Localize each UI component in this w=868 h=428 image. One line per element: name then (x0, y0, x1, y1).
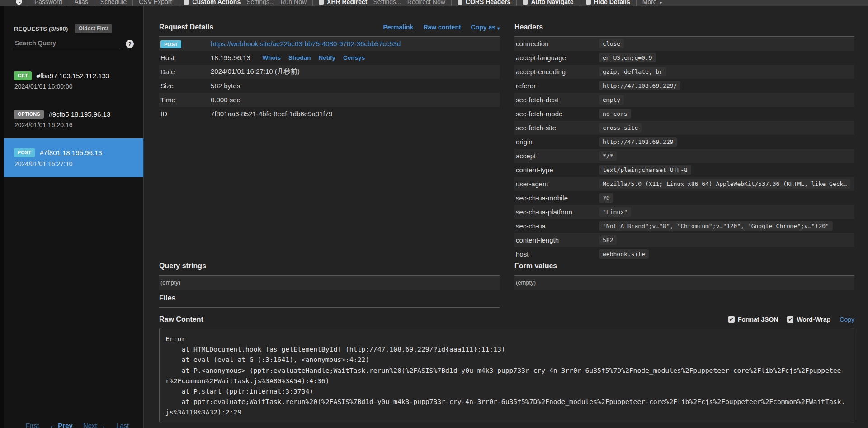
header-row: accept-languageen-US,en;q=0.9 (514, 51, 854, 65)
nav-link-settings[interactable]: Settings... (371, 0, 401, 5)
request-url-link[interactable]: https://webhook.site/ae22bc03-bb75-4080-… (211, 40, 401, 48)
pagination-prev[interactable]: ← Prev (49, 422, 73, 428)
host-link-censys[interactable]: Censys (343, 54, 365, 61)
nav-link-schedule[interactable]: Schedule (100, 0, 127, 5)
host-label: Host (160, 54, 211, 62)
checkbox-icon[interactable] (458, 0, 462, 5)
nav-link-alias[interactable]: Alias (74, 0, 88, 5)
header-value: cross-site (599, 123, 642, 133)
form-values-section: Form values (empty) (514, 262, 854, 290)
divider (159, 307, 500, 308)
header-row: connectionclose (514, 37, 854, 51)
nav-toggle-hide-details[interactable]: Hide Details (594, 0, 630, 5)
files-title: Files (159, 294, 175, 302)
sidebar: REQUESTS (3/500) Oldest First ? GET#fba9… (0, 6, 144, 428)
nav-toggle-custom-actions[interactable]: Custom Actions (192, 0, 241, 5)
header-row: sec-fetch-modeno-cors (514, 107, 854, 121)
header-value: en-US,en;q=0.9 (599, 53, 656, 62)
header-name: sec-ch-ua-platform (516, 208, 599, 216)
nav-item-password[interactable]: Password (28, 0, 68, 5)
nav-item-alias[interactable]: Alias (68, 0, 94, 5)
header-row: hostwebhook.site (514, 247, 854, 261)
raw-content-section: Raw Content ✔ Format JSON ✔ Word-Wrap Co… (159, 315, 854, 423)
request-details-title: Request Details (159, 23, 213, 31)
form-values-empty: (empty) (514, 276, 854, 290)
nav-link-run-now[interactable]: Run Now (278, 0, 307, 5)
size-row: Size 582 bytes (159, 79, 500, 93)
header-name: user-agent (516, 180, 599, 188)
request-item-line1: POST#7f801 18.195.96.13 (14, 148, 139, 157)
nav-toggle-auto-navigate[interactable]: Auto Navigate (531, 0, 573, 5)
header-row: refererhttp://47.108.69.229/ (514, 79, 854, 93)
nav-item-auto-navigate[interactable]: Auto Navigate (517, 0, 579, 5)
nav-item-schedule[interactable]: Schedule (94, 0, 132, 5)
host-lookup-links: WhoisShodanNetifyCensys (263, 54, 365, 61)
request-list-item[interactable]: GET#fba97 103.152.112.1332024/01/01 16:0… (0, 62, 143, 100)
host-row: Host 18.195.96.13 WhoisShodanNetifyCensy… (159, 51, 500, 65)
header-row: content-length582 (514, 233, 854, 247)
nav-link-csv-export[interactable]: CSV Export (139, 0, 172, 5)
sidebar-header: REQUESTS (3/500) Oldest First (0, 6, 143, 33)
nav-link-more[interactable]: More (642, 0, 657, 5)
action-permalink[interactable]: Permalink (383, 24, 413, 31)
format-json-label: Format JSON (738, 316, 778, 323)
search-input[interactable] (14, 38, 122, 49)
header-value: no-cors (599, 109, 631, 119)
host-link-shodan[interactable]: Shodan (288, 54, 311, 61)
header-row: accept*/* (514, 149, 854, 163)
checkbox-checked-icon[interactable]: ✔ (728, 316, 735, 323)
request-item-label: #7f801 18.195.96.13 (40, 149, 102, 157)
nav-toggle-xhr-redirect[interactable]: XHR Redirect (327, 0, 367, 5)
action-raw-content[interactable]: Raw content (423, 24, 461, 31)
request-list-item[interactable]: POST#7f801 18.195.96.132024/01/01 16:27:… (0, 138, 143, 177)
host-link-whois[interactable]: Whois (263, 54, 281, 61)
raw-content-controls: ✔ Format JSON ✔ Word-Wrap Copy (728, 316, 854, 323)
pagination-first[interactable]: First (26, 422, 39, 428)
header-row: accept-encodinggzip, deflate, br (514, 65, 854, 79)
action-copy-as[interactable]: Copy as ▾ (471, 24, 500, 31)
nav-link-redirect-now[interactable]: Redirect Now (405, 0, 445, 5)
checkbox-icon[interactable] (319, 0, 324, 5)
pagination-next[interactable]: Next → (83, 422, 106, 428)
nav-item-more[interactable]: More▾ (637, 0, 668, 5)
host-link-netify[interactable]: Netify (319, 54, 336, 61)
date-label: Date (160, 68, 211, 76)
nav-item-hide-details[interactable]: Hide Details (580, 0, 636, 5)
raw-content-box: Error at HTMLDocument.hook [as getElemen… (159, 328, 854, 423)
request-item-line1: OPTIONS#9cfb5 18.195.96.13 (14, 110, 139, 119)
headers-column: Headers connectioncloseaccept-languageen… (514, 23, 854, 290)
pagination-last[interactable]: Last (116, 422, 129, 428)
checkbox-icon[interactable] (586, 0, 591, 5)
copy-raw-content-link[interactable]: Copy (840, 316, 854, 323)
request-item-line1: GET#fba97 103.152.112.133 (14, 71, 139, 80)
time-label: Time (160, 96, 211, 104)
header-name: content-type (516, 166, 599, 174)
header-name: host (516, 250, 599, 258)
header-row: originhttp://47.108.69.229 (514, 135, 854, 149)
nav-item-cors-headers[interactable]: CORS Headers (452, 0, 517, 5)
nav-link-settings[interactable]: Settings... (244, 0, 274, 5)
nav-item-xhr-redirect[interactable]: XHR RedirectSettings...Redirect Now (313, 0, 451, 5)
header-row: sec-ch-ua"Not_A Brand";v="8", "Chromium"… (514, 219, 854, 233)
format-json-checkbox[interactable]: ✔ Format JSON (728, 316, 778, 323)
checkbox-icon[interactable] (523, 0, 528, 5)
nav-item-custom-actions[interactable]: Custom ActionsSettings...Run Now (178, 0, 312, 5)
header-row: sec-ch-ua-mobile?0 (514, 191, 854, 205)
checkbox-checked-icon[interactable]: ✔ (787, 316, 793, 323)
header-value: http://47.108.69.229 (599, 137, 677, 147)
sort-order-button[interactable]: Oldest First (75, 24, 113, 33)
nav-item-csv-export[interactable]: CSV Export (133, 0, 178, 5)
id-label: ID (160, 110, 211, 118)
request-details-table: POST https://webhook.site/ae22bc03-bb75-… (159, 37, 500, 121)
request-url-row: POST https://webhook.site/ae22bc03-bb75-… (159, 37, 500, 51)
help-icon[interactable]: ? (126, 40, 134, 48)
word-wrap-checkbox[interactable]: ✔ Word-Wrap (787, 316, 830, 323)
checkbox-icon[interactable] (184, 0, 189, 5)
header-value: "Not_A Brand";v="8", "Chromium";v="120",… (599, 221, 833, 231)
id-row: ID 7f801aa6-8521-4bfc-8eef-1db6e9a31f79 (159, 107, 500, 121)
nav-toggle-cors-headers[interactable]: CORS Headers (466, 0, 511, 5)
request-list-item[interactable]: OPTIONS#9cfb5 18.195.96.132024/01/01 16:… (0, 100, 143, 138)
query-strings-section: Query strings (empty) (159, 262, 500, 290)
nav-link-password[interactable]: Password (34, 0, 62, 5)
chevron-down-icon: ▾ (497, 26, 500, 31)
